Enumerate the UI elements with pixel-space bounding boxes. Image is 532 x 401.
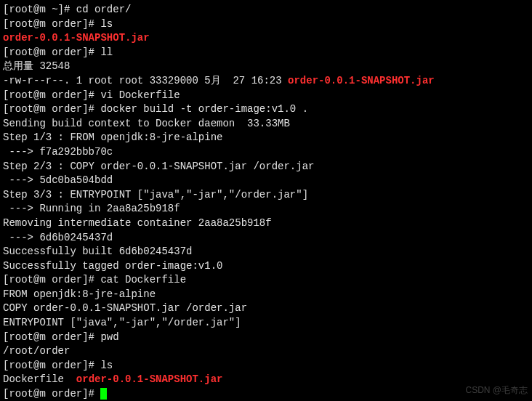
terminal-text: Dockerfile — [3, 373, 76, 385]
terminal-text: FROM openjdk:8-jre-alpine — [3, 288, 156, 300]
terminal-line: COPY order-0.0.1-SNAPSHOT.jar /order.jar — [3, 301, 529, 316]
terminal-line: [root@m ~]# cd order/ — [3, 3, 529, 17]
terminal-output[interactable]: [root@m ~]# cd order/[root@m order]# lso… — [3, 3, 529, 401]
terminal-line: ---> 6d6b0245437d — [3, 231, 529, 246]
filename-highlight: order-0.0.1-SNAPSHOT.jar — [76, 373, 223, 385]
terminal-line: Step 1/3 : FROM openjdk:8-jre-alpine — [3, 131, 529, 145]
terminal-text: Sending build context to Docker daemon 3… — [3, 118, 290, 129]
terminal-text: ---> Running in 2aa8a25b918f — [3, 203, 180, 214]
terminal-text: Removing intermediate container 2aa8a25b… — [3, 217, 272, 229]
terminal-text: 总用量 32548 — [3, 60, 70, 72]
watermark-text: CSDN @毛奇志 — [465, 384, 528, 397]
filename-highlight: order-0.0.1-SNAPSHOT.jar — [3, 32, 150, 44]
terminal-text: /root/order — [3, 345, 70, 357]
terminal-text: -rw-r--r--. 1 root root 33329000 5月 27 1… — [3, 75, 288, 86]
terminal-line: Sending build context to Docker daemon 3… — [3, 117, 529, 131]
terminal-line: -rw-r--r--. 1 root root 33329000 5月 27 1… — [3, 74, 529, 89]
terminal-text: Step 1/3 : FROM openjdk:8-jre-alpine — [3, 131, 222, 143]
terminal-line: [root@m order]# ls — [3, 359, 529, 373]
terminal-line: Removing intermediate container 2aa8a25b… — [3, 216, 529, 231]
cursor-block — [100, 388, 107, 400]
terminal-text: [root@m order]# — [3, 388, 100, 400]
terminal-text: Successfully tagged order-image:v1.0 — [3, 260, 222, 272]
terminal-line: /root/order — [3, 344, 529, 359]
terminal-text: ---> f7a292bbb70c — [3, 146, 113, 158]
terminal-line: ---> Running in 2aa8a25b918f — [3, 202, 529, 216]
terminal-text: [root@m order]# ll — [3, 46, 113, 58]
terminal-text: [root@m order]# pwd — [3, 331, 119, 343]
terminal-line: 总用量 32548 — [3, 60, 529, 74]
terminal-text: [root@m order]# ls — [3, 360, 113, 371]
terminal-line: [root@m order]# vi Dockerfile — [3, 89, 529, 103]
terminal-line: [root@m order]# pwd — [3, 331, 529, 345]
terminal-text: ---> 6d6b0245437d — [3, 232, 113, 243]
terminal-line: Step 2/3 : COPY order-0.0.1-SNAPSHOT.jar… — [3, 160, 529, 174]
terminal-text: Step 3/3 : ENTRYPOINT ["java","-jar","/o… — [3, 189, 308, 200]
terminal-line: ENTRYPOINT ["java","-jar","/order.jar"] — [3, 316, 529, 331]
terminal-line: [root@m order]# — [3, 387, 529, 401]
terminal-text: Step 2/3 : COPY order-0.0.1-SNAPSHOT.jar… — [3, 161, 314, 172]
terminal-text: ---> 5dc0ba504bdd — [3, 174, 113, 186]
terminal-text: Successfully built 6d6b0245437d — [3, 246, 192, 257]
terminal-line: [root@m order]# cat Dockerfile — [3, 273, 529, 288]
terminal-text: [root@m order]# docker build -t order-im… — [3, 103, 308, 115]
terminal-text: COPY order-0.0.1-SNAPSHOT.jar /order.jar — [3, 302, 247, 314]
terminal-text: [root@m order]# cat Dockerfile — [3, 274, 186, 285]
terminal-line: [root@m order]# ll — [3, 46, 529, 60]
filename-highlight: order-0.0.1-SNAPSHOT.jar — [288, 75, 435, 86]
terminal-text: ENTRYPOINT ["java","-jar","/order.jar"] — [3, 317, 241, 328]
terminal-line: order-0.0.1-SNAPSHOT.jar — [3, 31, 529, 46]
terminal-line: [root@m order]# ls — [3, 17, 529, 32]
terminal-line: Step 3/3 : ENTRYPOINT ["java","-jar","/o… — [3, 188, 529, 203]
terminal-line: Dockerfile order-0.0.1-SNAPSHOT.jar — [3, 373, 529, 387]
terminal-line: Successfully built 6d6b0245437d — [3, 245, 529, 259]
terminal-line: [root@m order]# docker build -t order-im… — [3, 102, 529, 117]
terminal-line: ---> 5dc0ba504bdd — [3, 174, 529, 188]
terminal-line: Successfully tagged order-image:v1.0 — [3, 259, 529, 274]
terminal-line: ---> f7a292bbb70c — [3, 145, 529, 160]
terminal-line: FROM openjdk:8-jre-alpine — [3, 288, 529, 302]
terminal-text: [root@m order]# vi Dockerfile — [3, 89, 180, 101]
terminal-text: [root@m order]# ls — [3, 18, 113, 30]
terminal-text: [root@m ~]# cd order/ — [3, 4, 131, 15]
